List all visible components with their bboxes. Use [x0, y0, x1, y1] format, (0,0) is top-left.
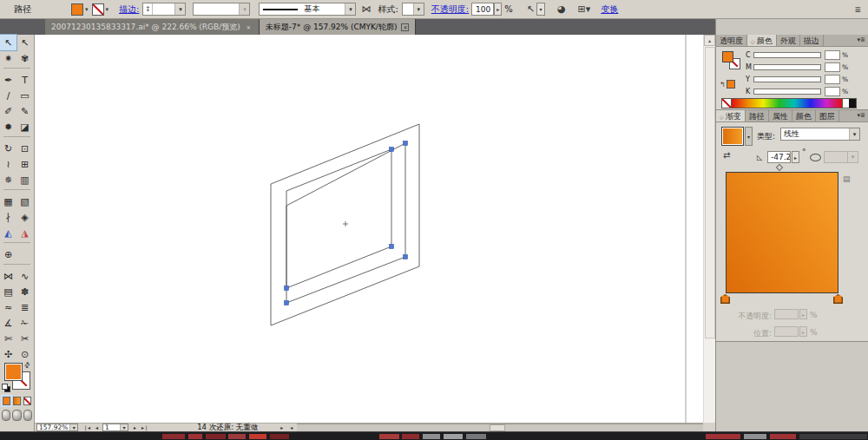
- selected-parallelogram-a[interactable]: [286, 149, 391, 288]
- scribble-tool-icon[interactable]: ≈: [0, 299, 16, 315]
- knife-tool-icon[interactable]: ✂: [16, 331, 33, 346]
- gradient-type-combo[interactable]: 线性 ▾: [780, 128, 860, 141]
- fullscreen-mode-button[interactable]: [23, 410, 32, 421]
- style-combo[interactable]: ▾: [402, 3, 424, 16]
- dropdown-icon[interactable]: ▾: [174, 3, 185, 15]
- stroke-weight-link[interactable]: 描边:: [119, 3, 139, 16]
- normal-screen-mode-button[interactable]: [2, 410, 10, 421]
- wrinkle-tool-icon[interactable]: ∿: [16, 268, 33, 284]
- gradient-tool-icon[interactable]: ▧: [16, 194, 33, 209]
- anchor-point[interactable]: [404, 141, 408, 146]
- fill-proxy-swatch[interactable]: [4, 363, 23, 381]
- dropdown-icon[interactable]: ▾: [69, 424, 77, 430]
- magic-wand-tool-icon[interactable]: ✷: [0, 50, 16, 66]
- tab-close-icon[interactable]: ✕: [245, 23, 253, 31]
- type-tool-icon[interactable]: T: [16, 72, 33, 88]
- fullscreen-menu-mode-button[interactable]: [12, 410, 21, 421]
- gradient-stop-left[interactable]: [720, 294, 730, 304]
- prev-artboard-button[interactable]: ◂: [95, 424, 98, 430]
- channel-slider[interactable]: [753, 89, 821, 95]
- eyedropper-tool-icon[interactable]: ∤: [0, 209, 16, 225]
- tab-close-icon[interactable]: ✕: [401, 23, 409, 31]
- vertical-scrollbar-thumb[interactable]: [705, 47, 715, 338]
- brush-definition-combo[interactable]: 基本▾: [259, 3, 356, 16]
- direct-selection-tool-icon[interactable]: ↖: [16, 35, 33, 50]
- color-group-tab-1[interactable]: 透明度: [716, 35, 747, 46]
- free-transform-tool-icon[interactable]: ⊞: [16, 156, 33, 172]
- opacity-input[interactable]: 100: [471, 3, 494, 16]
- vertical-scrollbar[interactable]: ▴: [703, 35, 715, 423]
- spectrum-ramp[interactable]: [732, 99, 842, 108]
- canvas-area[interactable]: [35, 35, 703, 423]
- select-similar-icon[interactable]: ↖: [527, 3, 535, 15]
- gradient-angle-input[interactable]: -47.2: [767, 151, 791, 163]
- recolor-artwork-icon[interactable]: ◕: [557, 3, 566, 15]
- dropdown-icon[interactable]: ▾: [413, 3, 424, 15]
- channel-slider[interactable]: [753, 76, 821, 82]
- next-artboard-button[interactable]: ▸: [134, 424, 136, 430]
- dropdown-icon[interactable]: ▾: [239, 3, 249, 15]
- symbol-sprayer-tool-icon[interactable]: ✵: [0, 172, 16, 187]
- gradient-stop-right[interactable]: [833, 294, 843, 304]
- swap-fill-stroke-icon[interactable]: ⇄: [23, 360, 32, 370]
- color-group-tab-3[interactable]: 外观: [777, 35, 800, 46]
- scale-tool-icon[interactable]: ⊡: [16, 141, 33, 156]
- document-tab-1[interactable]: 20071230135833317.ai* @ 222.66% (RGB/预览)…: [45, 19, 260, 35]
- selection-tool-icon[interactable]: ↖: [0, 35, 16, 50]
- control-bar-menu-icon[interactable]: ≣: [854, 5, 861, 14]
- lasso-tool-icon[interactable]: ✾: [16, 50, 33, 66]
- dropdown-icon[interactable]: ▾: [345, 3, 355, 15]
- symbolism-tool-icon[interactable]: ✽: [16, 284, 33, 299]
- gradient-group-tab-4[interactable]: 颜色: [792, 110, 816, 121]
- line-segment-tool-icon[interactable]: ∕: [0, 88, 16, 103]
- horizontal-scrollbar-thumb[interactable]: [490, 424, 505, 431]
- live-paint-bucket-tool-icon[interactable]: ◭: [0, 225, 16, 240]
- width-profile-combo[interactable]: ▾: [193, 3, 250, 16]
- anchor-point[interactable]: [404, 255, 408, 259]
- measure-tool-icon[interactable]: ∡: [0, 315, 16, 331]
- channel-slider[interactable]: [753, 52, 821, 58]
- pencil-tool-icon[interactable]: ✎: [16, 103, 33, 119]
- gradient-swatch-menu-icon[interactable]: ▾: [745, 127, 753, 146]
- document-tab-2[interactable]: 未标题-7* @ 157.92% (CMYK/轮廓)✕: [260, 19, 417, 35]
- zoom-tool-icon[interactable]: ⊙: [16, 346, 33, 362]
- scroll-left-arrow[interactable]: ◂: [290, 424, 293, 430]
- hand-tool-icon[interactable]: ✣: [0, 346, 16, 362]
- horizontal-scrollbar[interactable]: [297, 424, 703, 431]
- warp-tool-icon[interactable]: ≀: [0, 156, 16, 172]
- gradient-group-tab-1[interactable]: ◇渐变: [716, 110, 746, 121]
- anchor-point[interactable]: [285, 301, 289, 305]
- eraser-tool-icon[interactable]: ◪: [16, 119, 33, 135]
- mesh-tool-icon[interactable]: ▦: [0, 194, 16, 209]
- dropdown-icon[interactable]: ▾: [120, 424, 128, 430]
- gradient-angle-stepper[interactable]: ▸: [792, 151, 799, 163]
- outer-parallelogram-path[interactable]: [271, 124, 419, 325]
- none-color-swatch[interactable]: [722, 99, 732, 108]
- brush-options-icon[interactable]: ⋈: [361, 3, 371, 15]
- anchor-point[interactable]: [285, 286, 289, 291]
- black-swatch[interactable]: [849, 99, 856, 108]
- rectangle-tool-icon[interactable]: ▭: [16, 88, 33, 103]
- blob-brush-tool-icon[interactable]: ✹: [0, 119, 16, 135]
- last-artboard-button[interactable]: ▸❘: [141, 424, 148, 430]
- gradient-midpoint-marker[interactable]: [776, 164, 783, 171]
- dropper-tool-icon[interactable]: ✁: [16, 315, 33, 331]
- live-paint-selection-tool-icon[interactable]: ◮: [16, 225, 33, 240]
- channel-value-input[interactable]: [825, 62, 840, 72]
- opacity-link[interactable]: 不透明度:: [431, 3, 469, 16]
- channel-value-input[interactable]: [825, 50, 840, 60]
- delete-stop-icon[interactable]: ▤: [843, 174, 851, 183]
- rotate-tool-icon[interactable]: ↻: [0, 141, 16, 156]
- fill-color-swatch[interactable]: ▾: [71, 3, 89, 16]
- blend-tool-icon[interactable]: ◈: [16, 209, 33, 225]
- anchor-point[interactable]: [390, 245, 394, 249]
- reverse-gradient-icon[interactable]: ⇄: [723, 150, 730, 160]
- gradient-fill-button[interactable]: [13, 397, 21, 405]
- first-artboard-button[interactable]: ❘◂: [83, 424, 90, 430]
- panel-menu-icon[interactable]: ▾≣: [858, 35, 868, 46]
- panel-fill-proxy[interactable]: [722, 51, 733, 62]
- column-graph-tool-icon[interactable]: ▥: [16, 172, 33, 187]
- color-group-tab-2[interactable]: ◇颜色: [747, 35, 777, 46]
- gradient-group-tab-3[interactable]: 属性: [769, 110, 792, 121]
- white-swatch[interactable]: [842, 99, 849, 108]
